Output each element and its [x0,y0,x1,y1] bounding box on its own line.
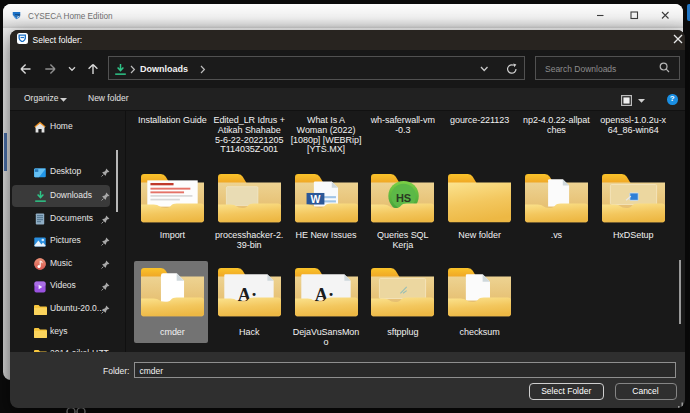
svg-text:W: W [310,193,320,205]
svg-text:HS: HS [396,192,411,204]
